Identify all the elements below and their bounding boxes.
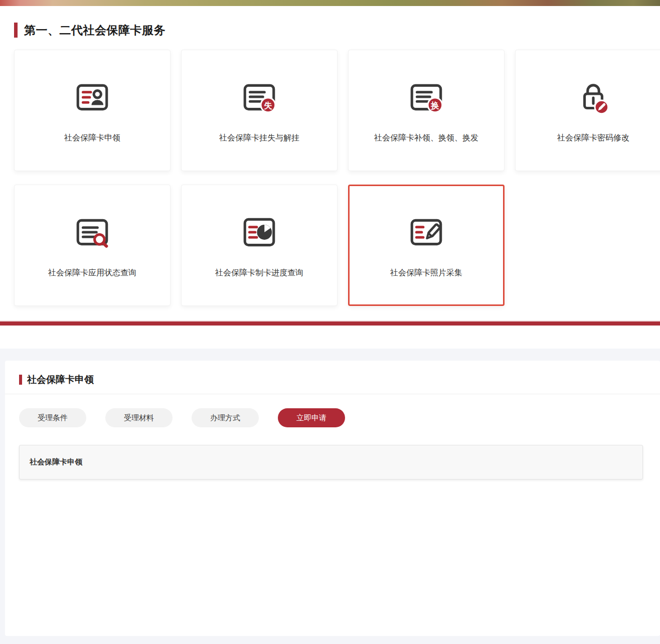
- service-card-label: 社会保障卡补领、换领、换发: [374, 133, 478, 143]
- content-header-box: 社会保障卡申领: [19, 445, 643, 479]
- red-accent-bar: [19, 375, 22, 385]
- service-card-progress-query[interactable]: 社会保障卡制卡进度查询: [181, 185, 338, 306]
- service-card-label: 社会保障卡密码修改: [557, 133, 629, 143]
- card-photo-edit-icon: [407, 213, 446, 252]
- service-card-apply[interactable]: 社会保障卡申领: [14, 50, 171, 171]
- service-card-status-query[interactable]: 社会保障卡应用状态查询: [14, 185, 171, 306]
- apply-panel-header: 社会保障卡申领: [19, 374, 660, 386]
- services-section-title: 第一、二代社会保障卡服务: [24, 23, 166, 38]
- service-card-label: 社会保障卡挂失与解挂: [219, 133, 299, 143]
- service-card-replace[interactable]: 换 社会保障卡补领、换领、换发: [348, 50, 505, 171]
- lock-edit-badge-icon: [574, 78, 613, 117]
- service-card-label: 社会保障卡申领: [64, 133, 120, 143]
- panel-divider-line: [5, 394, 660, 394]
- tab-handling-method[interactable]: 办理方式: [192, 408, 259, 427]
- service-card-loss-report[interactable]: 失 社会保障卡挂失与解挂: [181, 50, 338, 171]
- document-replace-badge-icon: 换: [407, 78, 446, 117]
- tab-acceptance-conditions[interactable]: 受理条件: [19, 408, 86, 427]
- content-header-title: 社会保障卡申领: [30, 457, 82, 467]
- apply-panel: 社会保障卡申领 受理条件 受理材料 办理方式 立即申请 社会保障卡申领: [5, 361, 660, 636]
- services-card-grid: 社会保障卡申领 失 社会保障卡挂失与解挂 换: [14, 50, 660, 306]
- service-card-label: 社会保障卡制卡进度查询: [215, 268, 303, 278]
- svg-text:换: 换: [430, 100, 439, 110]
- service-card-photo-collection[interactable]: 社会保障卡照片采集: [348, 185, 505, 306]
- document-search-icon: [73, 213, 112, 252]
- tab-acceptance-materials[interactable]: 受理材料: [105, 408, 173, 427]
- apply-section-background: 社会保障卡申领 受理条件 受理材料 办理方式 立即申请 社会保障卡申领: [0, 349, 660, 644]
- red-section-divider: [0, 320, 660, 326]
- service-card-label: 社会保障卡照片采集: [390, 268, 462, 278]
- apply-panel-title: 社会保障卡申领: [27, 373, 94, 386]
- service-card-label: 社会保障卡应用状态查询: [48, 268, 136, 278]
- banner-image-strip: [0, 0, 660, 6]
- services-section-header: 第一、二代社会保障卡服务: [14, 22, 660, 38]
- svg-text:失: 失: [264, 100, 272, 109]
- card-progress-clock-icon: [240, 213, 279, 252]
- red-accent-bar: [14, 23, 18, 38]
- service-card-password-change[interactable]: 社会保障卡密码修改: [515, 50, 660, 171]
- id-card-person-icon: [73, 78, 112, 117]
- tab-apply-now[interactable]: 立即申请: [278, 408, 345, 427]
- document-loss-badge-icon: 失: [240, 78, 279, 117]
- apply-tabs: 受理条件 受理材料 办理方式 立即申请: [19, 408, 660, 427]
